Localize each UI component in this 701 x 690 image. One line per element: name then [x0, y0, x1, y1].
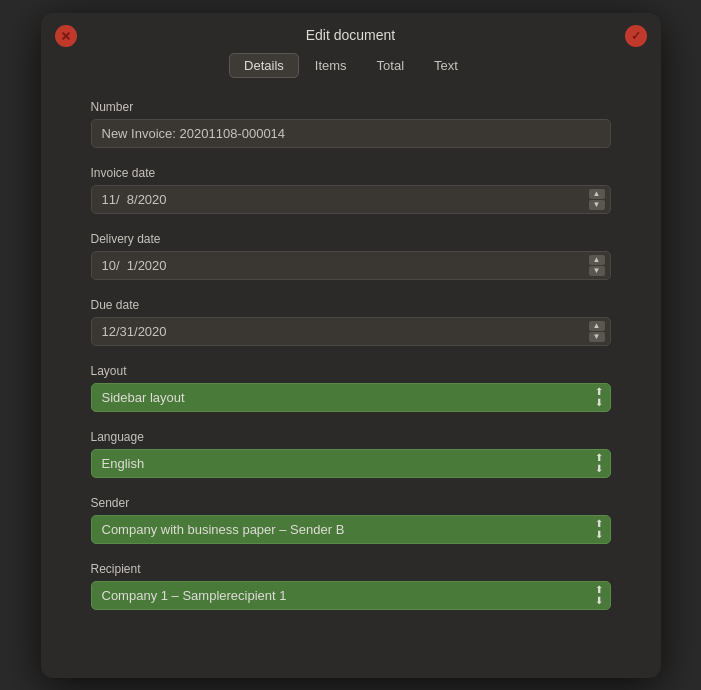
recipient-select[interactable]: Company 1 – Samplerecipient 1 Company 2 … — [91, 581, 611, 610]
tab-text[interactable]: Text — [420, 53, 472, 78]
confirm-button[interactable] — [625, 25, 647, 47]
delivery-date-input[interactable] — [91, 251, 611, 280]
close-button[interactable] — [55, 25, 77, 47]
due-date-stepper: ▲ ▼ — [589, 321, 605, 342]
form-content: Number Invoice date ▲ ▼ Delivery date ▲ … — [41, 90, 661, 648]
language-select-wrapper: English German French Spanish ⬆⬇ — [91, 449, 611, 478]
due-date-input[interactable] — [91, 317, 611, 346]
invoice-date-label: Invoice date — [91, 166, 611, 180]
number-input[interactable] — [91, 119, 611, 148]
number-label: Number — [91, 100, 611, 114]
tab-total[interactable]: Total — [363, 53, 418, 78]
sender-select[interactable]: Company with business paper – Sender B C… — [91, 515, 611, 544]
due-date-wrapper: ▲ ▼ — [91, 317, 611, 346]
invoice-date-input[interactable] — [91, 185, 611, 214]
tab-details[interactable]: Details — [229, 53, 299, 78]
title-bar: Edit document — [41, 13, 661, 53]
tab-bar: Details Items Total Text — [41, 53, 661, 90]
language-select[interactable]: English German French Spanish — [91, 449, 611, 478]
language-label: Language — [91, 430, 611, 444]
layout-select-wrapper: Sidebar layout Default layout Compact la… — [91, 383, 611, 412]
sender-select-wrapper: Company with business paper – Sender B C… — [91, 515, 611, 544]
recipient-select-wrapper: Company 1 – Samplerecipient 1 Company 2 … — [91, 581, 611, 610]
sender-field-group: Sender Company with business paper – Sen… — [91, 496, 611, 544]
invoice-date-up[interactable]: ▲ — [589, 189, 605, 199]
layout-label: Layout — [91, 364, 611, 378]
number-field-group: Number — [91, 100, 611, 148]
tab-items[interactable]: Items — [301, 53, 361, 78]
sender-label: Sender — [91, 496, 611, 510]
edit-document-dialog: Edit document Details Items Total Text N… — [41, 13, 661, 678]
delivery-date-down[interactable]: ▼ — [589, 266, 605, 276]
layout-field-group: Layout Sidebar layout Default layout Com… — [91, 364, 611, 412]
layout-select[interactable]: Sidebar layout Default layout Compact la… — [91, 383, 611, 412]
language-field-group: Language English German French Spanish ⬆… — [91, 430, 611, 478]
invoice-date-down[interactable]: ▼ — [589, 200, 605, 210]
recipient-field-group: Recipient Company 1 – Samplerecipient 1 … — [91, 562, 611, 610]
delivery-date-up[interactable]: ▲ — [589, 255, 605, 265]
due-date-label: Due date — [91, 298, 611, 312]
due-date-down[interactable]: ▼ — [589, 332, 605, 342]
delivery-date-label: Delivery date — [91, 232, 611, 246]
due-date-up[interactable]: ▲ — [589, 321, 605, 331]
delivery-date-field-group: Delivery date ▲ ▼ — [91, 232, 611, 280]
invoice-date-field-group: Invoice date ▲ ▼ — [91, 166, 611, 214]
due-date-field-group: Due date ▲ ▼ — [91, 298, 611, 346]
dialog-title: Edit document — [306, 27, 396, 43]
delivery-date-stepper: ▲ ▼ — [589, 255, 605, 276]
invoice-date-wrapper: ▲ ▼ — [91, 185, 611, 214]
delivery-date-wrapper: ▲ ▼ — [91, 251, 611, 280]
invoice-date-stepper: ▲ ▼ — [589, 189, 605, 210]
recipient-label: Recipient — [91, 562, 611, 576]
